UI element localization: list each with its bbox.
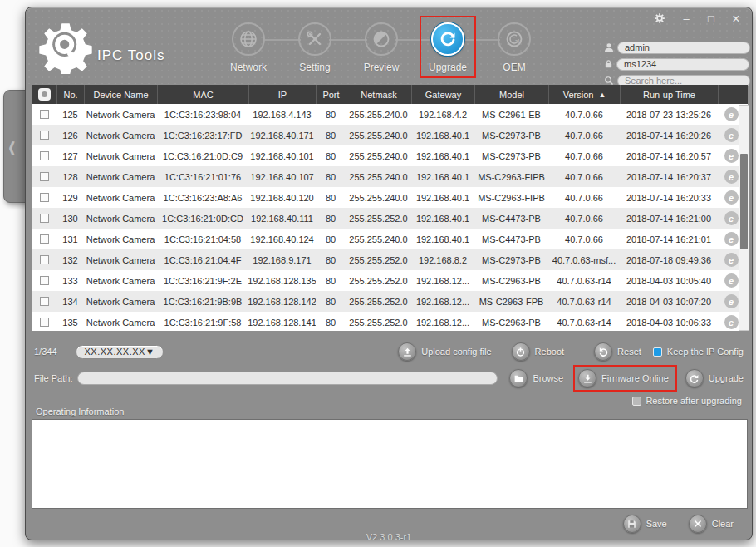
upgrade-button[interactable]: Upgrade [685,369,744,387]
header: – □ × IPC Tools [26,7,752,84]
login-panel [604,41,744,87]
upload-icon [398,342,416,361]
svg-text:TM: TM [515,39,521,44]
nav-item-upgrade[interactable]: Upgrade [415,22,481,73]
browse-button[interactable]: Browse [509,369,563,387]
download-icon [578,369,596,387]
open-in-browser-icon[interactable]: e [724,253,739,267]
nav-item-setting[interactable]: Setting [282,22,348,73]
ip-filter-dropdown[interactable]: XX.XX.XX.XX▼ [76,345,164,359]
open-in-browser-icon[interactable]: e [724,211,739,225]
minimize-button[interactable]: – [679,12,694,26]
select-all-checkbox[interactable] [38,88,51,101]
clear-button[interactable]: Clear [689,515,734,533]
open-in-browser-icon[interactable]: e [724,170,739,184]
reset-arrow-icon [594,342,612,361]
row-checkbox[interactable] [40,318,49,327]
pagination-label: 1/344 [34,347,57,357]
save-button[interactable]: Save [623,515,667,533]
password-input[interactable] [616,58,749,71]
row-checkbox[interactable] [40,297,49,306]
row-checkbox[interactable] [40,193,49,202]
nav-label: Network [230,62,267,73]
reset-button[interactable]: Reset [594,342,641,361]
clear-x-icon [689,515,707,533]
nav-label: OEM [503,62,525,73]
row-checkbox[interactable] [40,234,49,244]
col-header-model[interactable]: Model [474,85,548,104]
open-in-browser-icon[interactable]: e [724,274,739,288]
open-in-browser-icon[interactable]: e [724,107,739,121]
table-row[interactable]: 133 Network Camera 1C:C3:16:21:9F:2E 192… [32,270,748,291]
row-checkbox[interactable] [40,151,49,160]
table-row[interactable]: 134 Network Camera 1C:C3:16:21:9B:9B 192… [32,291,748,312]
nav-label: Setting [299,62,330,73]
row-checkbox[interactable] [40,276,49,285]
table-row[interactable]: 131 Network Camera 1C:C3:16:21:04:58 192… [32,229,748,249]
toolbar-row-2: File Path: Browse [34,368,744,388]
open-in-browser-icon[interactable]: e [724,190,739,205]
table-row[interactable]: 132 Network Camera 1C:C3:16:21:04:4F 192… [32,249,748,270]
upload-config-button[interactable]: Upload config file [398,342,491,361]
table-row[interactable]: 129 Network Camera 1C:C3:16:23:A8:A6 192… [32,187,748,208]
scrollbar-thumb[interactable] [740,154,748,249]
restore-after-checkbox[interactable] [632,397,641,406]
toolbar-row-1: 1/344 XX.XX.XX.XX▼ Upload config file [34,342,744,362]
nav-label: Preview [364,62,400,73]
row-checkbox[interactable] [40,172,49,181]
col-header-runup[interactable]: Run-up Time [620,85,718,104]
col-header-mac[interactable]: MAC [157,85,248,104]
chevron-left-icon: ‹ [4,126,16,167]
row-checkbox[interactable] [40,131,49,140]
row-checkbox[interactable] [40,110,49,119]
table-row[interactable]: 135 Network Camera 1C:C3:16:21:9F:58 192… [32,312,748,331]
titlebar-controls: – □ × [654,12,744,26]
close-button[interactable]: × [729,12,744,26]
lock-icon [604,59,613,69]
row-checkbox[interactable] [40,214,49,223]
firmware-online-button[interactable]: Firmware Online [578,369,669,387]
col-header-version[interactable]: Version ▲ [548,85,620,104]
row-checkbox[interactable] [40,255,49,264]
open-in-browser-icon[interactable]: e [724,232,739,246]
table-row[interactable]: 126 Network Camera 1C:C3:16:23:17:FD 192… [32,125,748,145]
maximize-button[interactable]: □ [704,12,719,26]
keep-ip-checkbox[interactable] [653,347,662,357]
col-header-port[interactable]: Port [316,85,346,104]
file-path-label: File Path: [34,373,72,383]
col-header-gateway[interactable]: Gateway [411,85,474,104]
table-scrollbar[interactable] [739,105,749,331]
col-header-device-name[interactable]: Device Name [84,85,157,104]
open-in-browser-icon[interactable]: e [724,315,739,329]
nav-item-oem[interactable]: TM OEM [481,22,547,73]
restore-after-upgrading-group[interactable]: Restore after upgrading [632,395,742,407]
table-row[interactable]: 127 Network Camera 1C:C3:16:21:0D:C9 192… [32,145,748,166]
ipc-tools-window: – □ × IPC Tools [25,7,753,540]
table-row[interactable]: 130 Network Camera 1C:C3:16:21:0D:CD 192… [32,208,748,229]
open-in-browser-icon[interactable]: e [724,294,739,308]
col-header-ip[interactable]: IP [248,85,316,104]
operating-info-textarea[interactable] [32,419,748,509]
user-icon [604,42,614,52]
open-in-browser-icon[interactable]: e [724,149,739,163]
upgrade-highlight-box [420,16,476,78]
open-in-browser-icon[interactable]: e [724,128,739,142]
username-input[interactable] [617,42,750,54]
nav-item-network[interactable]: Network [215,22,282,73]
nav-item-preview[interactable]: Preview [348,22,415,73]
screen: ‹ – □ × [0,0,756,547]
table-row[interactable]: 125 Network Camera 1C:C3:16:23:98:04 192… [32,104,748,125]
table-row[interactable]: 128 Network Camera 1C:C3:16:21:01:76 192… [32,166,748,187]
app-logo: IPC Tools [37,19,164,74]
table-body: 125 Network Camera 1C:C3:16:23:98:04 192… [32,104,748,331]
keep-ip-config-checkbox-group[interactable]: Keep the IP Config [653,347,744,357]
col-header-no[interactable]: No. [56,85,84,104]
file-path-input[interactable] [77,372,498,385]
floppy-save-icon [623,515,641,533]
upgrade-arrow-icon [685,369,704,387]
table-header-row: No. Device Name MAC IP Port Netmask Gate… [32,85,748,104]
col-header-netmask[interactable]: Netmask [346,85,411,104]
reboot-button[interactable]: Reboot [512,342,564,361]
settings-gear-icon[interactable] [654,12,669,26]
firmware-online-highlight-box: Firmware Online [573,365,677,392]
